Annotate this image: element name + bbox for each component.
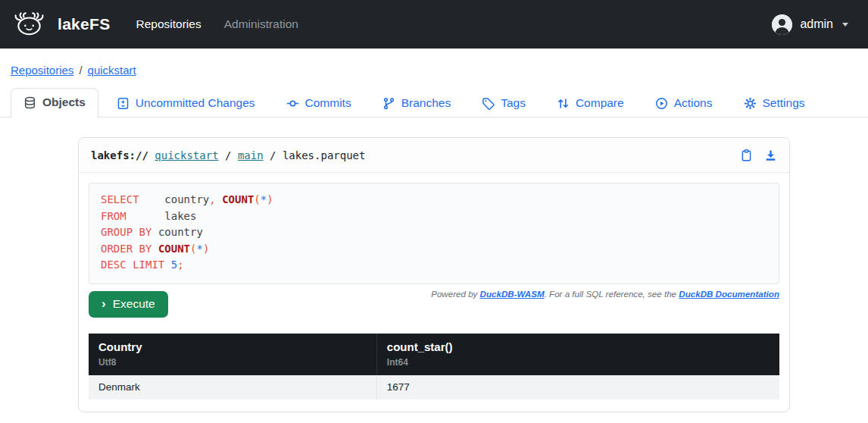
sql-line: SELECT country, COUNT(*) <box>101 192 767 208</box>
tab-label: Settings <box>763 96 805 110</box>
column-type: Utf8 <box>98 357 367 368</box>
object-viewer-card: lakefs:// quickstart / main / lakes.parq… <box>78 137 790 412</box>
top-navbar: lakeFS Repositories Administration admin <box>0 0 868 49</box>
brand-name: lakeFS <box>58 15 111 33</box>
chevron-down-icon <box>842 23 848 27</box>
execute-button[interactable]: › Execute <box>89 291 168 318</box>
navbar-links: Repositories Administration <box>136 17 298 31</box>
path-repo-link[interactable]: quickstart <box>155 149 218 161</box>
execute-label: Execute <box>113 297 155 311</box>
nav-link-repositories[interactable]: Repositories <box>136 17 201 31</box>
cell-count: 1677 <box>376 375 779 400</box>
tab-label: Tags <box>501 96 526 110</box>
breadcrumb-repo-link[interactable]: quickstart <box>88 64 136 77</box>
nav-link-administration[interactable]: Administration <box>224 17 298 31</box>
breadcrumb-separator: / <box>79 64 82 77</box>
sql-editor[interactable]: SELECT country, COUNT(*)FROM lakesGROUP … <box>89 183 779 284</box>
duckdb-wasm-link[interactable]: DuckDB-WASM <box>480 289 545 299</box>
gear-icon <box>744 97 757 110</box>
column-header-country: Country Utf8 <box>89 334 376 375</box>
tab-label: Actions <box>674 96 713 110</box>
play-circle-icon <box>655 97 668 110</box>
tab-compare[interactable]: Compare <box>544 89 637 118</box>
sql-line: DESC LIMIT 5; <box>101 257 767 274</box>
path-filename: lakes.parquet <box>283 149 366 161</box>
repository-tabs: Objects Uncommitted Changes Commits <box>0 88 868 118</box>
column-type: Int64 <box>387 357 770 368</box>
tab-objects[interactable]: Objects <box>11 88 98 118</box>
breadcrumb-repositories-link[interactable]: Repositories <box>11 64 73 77</box>
sql-line: FROM lakes <box>101 208 767 225</box>
duckdb-docs-link[interactable]: DuckDB Documentation <box>679 289 779 299</box>
compare-arrows-icon <box>557 97 570 110</box>
tab-commits[interactable]: Commits <box>273 89 364 118</box>
path-separator: / <box>219 149 238 161</box>
path-scheme: lakefs:// <box>91 149 148 161</box>
tab-actions[interactable]: Actions <box>642 89 726 118</box>
sql-line: ORDER BY COUNT(*) <box>101 241 767 258</box>
tab-uncommitted-changes[interactable]: Uncommitted Changes <box>104 89 268 118</box>
tag-icon <box>482 97 495 110</box>
tab-label: Uncommitted Changes <box>136 96 255 110</box>
tab-branches[interactable]: Branches <box>370 89 464 118</box>
user-name: admin <box>800 17 833 31</box>
tab-label: Commits <box>305 96 351 110</box>
user-menu[interactable]: admin <box>772 14 848 35</box>
breadcrumb: Repositories/quickstart <box>0 49 868 88</box>
path-branch-link[interactable]: main <box>238 149 264 161</box>
tab-label: Branches <box>401 96 451 110</box>
commit-icon <box>286 97 299 110</box>
path-separator: / <box>264 149 283 161</box>
tab-label: Objects <box>42 96 86 109</box>
axolotl-logo-icon <box>11 10 48 39</box>
object-path: lakefs:// quickstart / main / lakes.parq… <box>91 149 365 161</box>
lakefs-brand[interactable]: lakeFS <box>11 10 111 39</box>
object-path-header: lakefs:// quickstart / main / lakes.parq… <box>79 138 789 173</box>
object-actions <box>740 149 777 162</box>
tab-settings[interactable]: Settings <box>731 89 818 118</box>
powered-by-note: Powered by DuckDB-WASM. For a full SQL r… <box>431 289 779 299</box>
duckdb-panel: SELECT country, COUNT(*)FROM lakesGROUP … <box>79 173 789 412</box>
chevron-right-icon: › <box>101 299 106 309</box>
cell-country: Denmark <box>89 375 376 400</box>
file-diff-icon <box>117 97 130 110</box>
table-row: Denmark 1677 <box>89 375 779 400</box>
query-results-table: Country Utf8 count_star() Int64 Denmark … <box>89 334 779 400</box>
execute-row: › Execute Powered by DuckDB-WASM. For a … <box>89 284 779 318</box>
tab-tags[interactable]: Tags <box>469 89 539 118</box>
avatar <box>772 14 792 35</box>
git-branch-icon <box>382 97 395 110</box>
copy-icon[interactable] <box>740 149 753 162</box>
column-header-count-star: count_star() Int64 <box>376 334 779 375</box>
results-header-row: Country Utf8 count_star() Int64 <box>89 334 779 375</box>
download-icon[interactable] <box>764 149 777 162</box>
tab-label: Compare <box>576 96 624 110</box>
sql-line: GROUP BY country <box>101 224 767 241</box>
database-icon <box>23 96 36 109</box>
